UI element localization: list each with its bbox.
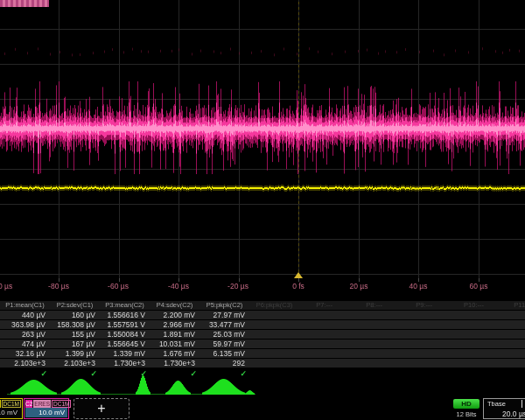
measurement-value xyxy=(499,320,525,329)
measurement-value: 10.031 mV xyxy=(150,340,200,348)
eres-badge: ERES xyxy=(33,400,51,408)
measurement-value: 27.97 mV xyxy=(200,311,249,319)
measurement-value xyxy=(399,349,449,358)
status-check-icon: ✓ xyxy=(50,368,100,379)
timebase-descriptor[interactable]: Tbase 20.0 µs/div xyxy=(483,398,525,419)
trigger-position-marker[interactable] xyxy=(294,272,303,278)
param-header-p5[interactable]: P5:pkpk(C2) xyxy=(200,301,249,310)
param-header-p8[interactable]: P8:--- xyxy=(349,301,399,310)
axis-tick-label: 0 fs xyxy=(292,282,304,290)
status-check-icon: ✓ xyxy=(100,368,150,379)
measurement-value xyxy=(249,311,299,319)
descriptor-bar: C1 DC1M 10.0 mV C2 ERES DC1M 10.0 mV + H… xyxy=(0,396,525,420)
measurement-value xyxy=(299,311,349,319)
measurement-value xyxy=(399,340,449,348)
measurement-value xyxy=(249,349,299,358)
channel2-label: C2 xyxy=(25,400,32,408)
measurement-value xyxy=(249,340,299,348)
bit-resolution-label: 12 Bits xyxy=(446,410,486,418)
channel2-coupling-badge: DC1M xyxy=(52,400,71,408)
param-header-p10[interactable]: P10:--- xyxy=(449,301,499,310)
measurement-value xyxy=(399,330,449,339)
top-left-badge xyxy=(0,0,49,7)
measurement-value: 1.891 mV xyxy=(150,330,200,339)
measurement-value xyxy=(249,330,299,339)
param-header-p1[interactable]: P1:mean(C1) xyxy=(0,301,50,310)
timebase-value: 20.0 µs/div xyxy=(502,410,525,418)
measurement-value: 32.16 µV xyxy=(0,349,50,358)
measurement-value: 160 µV xyxy=(50,311,100,319)
param-header-p9[interactable]: P9:--- xyxy=(399,301,449,310)
measurement-value: 1.339 mV xyxy=(100,349,150,358)
measurement-value: 1.550084 V xyxy=(100,330,150,339)
measurement-value xyxy=(299,359,349,368)
measurement-value: 167 µV xyxy=(50,340,100,348)
measurement-value: 2.200 mV xyxy=(150,311,200,319)
hd-mode-badge[interactable]: HD xyxy=(453,399,480,409)
measurement-value xyxy=(399,311,449,319)
channel1-descriptor[interactable]: C1 DC1M 10.0 mV xyxy=(0,398,23,419)
param-header-p11[interactable]: P11:--- xyxy=(499,301,525,310)
measurement-value: 1.676 mV xyxy=(150,349,200,358)
measurement-value: 1.557591 V xyxy=(100,320,150,329)
axis-tick-label: -20 µs xyxy=(228,282,248,290)
measurement-value xyxy=(299,320,349,329)
measurement-value xyxy=(349,359,399,368)
measurement-value xyxy=(399,359,449,368)
measurement-value xyxy=(299,349,349,358)
param-header-p4[interactable]: P4:sdev(C2) xyxy=(150,301,200,310)
axis-tick-label: 20 µs xyxy=(350,282,368,290)
param-header-p7[interactable]: P7:--- xyxy=(299,301,349,310)
measurement-value xyxy=(499,349,525,358)
measurement-value: 1.556645 V xyxy=(100,340,150,348)
measurement-value xyxy=(499,359,525,368)
channel2-descriptor[interactable]: C2 ERES DC1M 10.0 mV xyxy=(24,398,69,419)
measurement-value: 2.966 mV xyxy=(150,320,200,329)
measurement-value xyxy=(449,340,499,348)
measurement-value xyxy=(349,349,399,358)
timebase-title: Tbase xyxy=(487,400,506,408)
param-header-p6[interactable]: P6:pkpk(C3) xyxy=(249,301,299,310)
measurement-value: 1.556616 V xyxy=(100,311,150,319)
param-header-p3[interactable]: P3:mean(C2) xyxy=(100,301,150,310)
measurement-value: 1.730e+3 xyxy=(100,359,150,368)
axis-tick-label: 40 µs xyxy=(410,282,428,290)
channel2-scale: 10.0 mV xyxy=(25,408,67,417)
measurement-value xyxy=(499,340,525,348)
measurement-value: 2.103e+3 xyxy=(0,359,50,368)
measurement-value xyxy=(349,311,399,319)
measurement-value: 1.730e+3 xyxy=(150,359,200,368)
measurement-value xyxy=(349,340,399,348)
measurement-value xyxy=(299,330,349,339)
measurement-value: 25.03 mV xyxy=(200,330,249,339)
measurement-value: 59.97 mV xyxy=(200,340,249,348)
measurement-value: 33.477 mV xyxy=(200,320,249,329)
measurement-value: 263 µV xyxy=(0,330,50,339)
status-check-icon: ✓ xyxy=(0,368,50,379)
timebase-separator xyxy=(522,400,522,408)
channel1-label: C1 xyxy=(0,400,1,408)
status-check-icon: ✓ xyxy=(200,368,249,379)
measurement-value: 155 µV xyxy=(50,330,100,339)
axis-tick-label: -60 µs xyxy=(108,282,129,290)
measurement-value xyxy=(449,359,499,368)
measurement-value: 6.135 mV xyxy=(200,349,249,358)
measurement-value xyxy=(349,320,399,329)
measurement-value xyxy=(449,349,499,358)
measurement-value xyxy=(249,320,299,329)
axis-tick-label: -40 µs xyxy=(168,282,189,290)
measurement-value xyxy=(299,340,349,348)
oscilloscope-screen: -100 µs-80 µs-60 µs-40 µs-20 µs0 fs20 µs… xyxy=(0,0,525,420)
measurement-value xyxy=(399,320,449,329)
measurement-value: 440 µV xyxy=(0,311,50,319)
measurement-table: P1:mean(C1)P2:sdev(C1)P3:mean(C2)P4:sdev… xyxy=(0,301,525,379)
axis-tick-label: -80 µs xyxy=(48,282,69,290)
measurement-value xyxy=(449,320,499,329)
measurement-value xyxy=(249,359,299,368)
param-header-p2[interactable]: P2:sdev(C1) xyxy=(50,301,100,310)
measurement-value xyxy=(449,330,499,339)
add-trace-button[interactable]: + xyxy=(74,398,130,419)
measurement-value: 363.98 µV xyxy=(0,320,50,329)
measurement-value xyxy=(349,330,399,339)
channel1-coupling-badge: DC1M xyxy=(2,400,21,408)
